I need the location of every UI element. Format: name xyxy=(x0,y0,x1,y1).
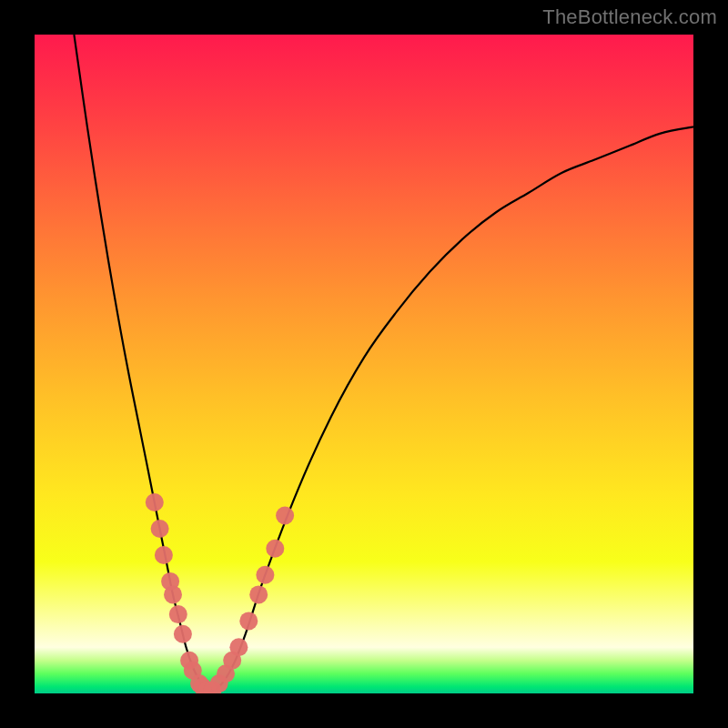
marker-dot xyxy=(174,625,192,643)
marker-dot xyxy=(276,507,294,525)
marker-group xyxy=(146,493,294,693)
marker-dot xyxy=(239,612,258,630)
marker-dot xyxy=(169,605,187,623)
marker-dot xyxy=(146,493,164,511)
marker-dot xyxy=(164,585,182,603)
marker-dot xyxy=(266,540,284,558)
marker-dot xyxy=(151,520,169,538)
marker-dot xyxy=(256,566,274,584)
marker-dot xyxy=(229,638,248,656)
curve-right-branch xyxy=(206,126,693,693)
watermark-text: TheBottleneck.com xyxy=(542,5,717,29)
chart-frame: TheBottleneck.com xyxy=(0,0,728,728)
marker-dot xyxy=(249,585,268,603)
marker-dot xyxy=(155,546,173,564)
plot-area xyxy=(35,35,693,693)
curve-left-branch xyxy=(74,35,206,693)
curve-svg xyxy=(35,35,693,693)
